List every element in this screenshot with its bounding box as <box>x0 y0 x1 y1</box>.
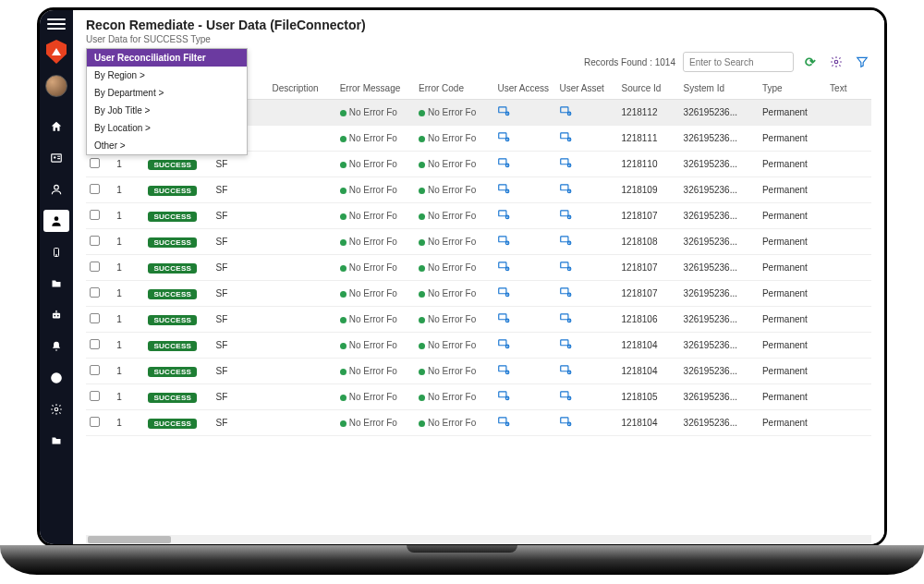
filter-funnel-icon[interactable] <box>853 53 871 71</box>
refresh-icon[interactable]: ⟳ <box>801 53 820 71</box>
nav-id-card[interactable] <box>43 147 69 169</box>
table-row[interactable]: 1SUCCESSSFNo Error FoNo Error Fo12181093… <box>86 177 871 203</box>
cell-description <box>269 126 336 152</box>
row-checkbox[interactable] <box>90 236 100 246</box>
column-header[interactable]: Description <box>269 78 336 100</box>
user-asset-icon[interactable] <box>559 159 572 172</box>
user-access-icon[interactable] <box>497 288 510 301</box>
cell-error-code: No Error Fo <box>415 100 493 126</box>
scrollbar-thumb[interactable] <box>88 536 171 543</box>
svg-point-10 <box>57 315 59 317</box>
user-access-icon[interactable] <box>497 262 510 275</box>
cell-system-id: 326195236... <box>680 255 759 281</box>
nav-settings[interactable] <box>43 398 69 420</box>
nav-home[interactable] <box>43 116 69 138</box>
user-asset-icon[interactable] <box>559 133 572 146</box>
user-access-icon[interactable] <box>497 211 510 224</box>
table-row[interactable]: 1SUCCESSSFNo Error FoNo Error Fo12181043… <box>86 333 871 359</box>
table-row[interactable]: 1SUCCESSSFNo Error FoNo Error Fo12181073… <box>86 255 871 281</box>
user-asset-icon[interactable] <box>559 262 572 275</box>
nav-chart[interactable] <box>43 367 69 389</box>
settings-icon[interactable] <box>827 53 845 71</box>
table-row[interactable]: 1SUCCESSSFNo Error FoNo Error Fo12181043… <box>86 410 871 436</box>
column-header[interactable]: Source Id <box>618 78 680 100</box>
row-checkbox[interactable] <box>90 313 100 323</box>
search-input[interactable] <box>683 52 794 72</box>
column-header[interactable]: Text <box>826 78 871 100</box>
row-checkbox[interactable] <box>90 287 100 298</box>
filter-item[interactable]: By Department > <box>87 84 247 102</box>
table-row[interactable]: 1SUCCESSSFNo Error FoNo Error Fo12181083… <box>86 229 871 255</box>
column-header[interactable]: System Id <box>680 78 759 100</box>
row-number: 1 <box>113 410 144 436</box>
cell-error-message: No Error Fo <box>336 152 415 177</box>
user-asset-icon[interactable] <box>559 314 572 327</box>
cell-type: Permanent <box>759 177 826 203</box>
table-row[interactable]: 1SUCCESSSFNo Error FoNo Error Fo12181053… <box>86 384 871 410</box>
user-asset-icon[interactable] <box>559 237 572 249</box>
table-row[interactable]: 1SUCCESSSFNo Error FoNo Error Fo12181063… <box>86 307 871 333</box>
row-checkbox[interactable] <box>90 365 100 375</box>
nav-user-solid[interactable] <box>43 210 69 232</box>
table-row[interactable]: 1SUCCESSSFNo Error FoNo Error Fo12181073… <box>86 203 871 229</box>
user-access-icon[interactable] <box>497 392 510 405</box>
nav-robot[interactable] <box>43 304 69 326</box>
user-asset-icon[interactable] <box>559 418 572 431</box>
user-access-icon[interactable] <box>497 159 510 172</box>
cell-text <box>826 177 871 203</box>
column-header[interactable]: User Access <box>493 78 555 100</box>
row-checkbox[interactable] <box>90 339 100 349</box>
side-nav <box>40 116 73 452</box>
filter-item[interactable]: By Location > <box>87 119 247 137</box>
cell-error-code: No Error Fo <box>415 255 493 281</box>
filter-item[interactable]: Other > <box>87 137 247 154</box>
table-row[interactable]: 1SUCCESSSFNo Error FoNo Error Fo12181073… <box>86 281 871 307</box>
svg-rect-21 <box>561 133 568 139</box>
row-checkbox[interactable] <box>90 262 100 272</box>
nav-folder[interactable] <box>43 273 69 295</box>
user-asset-icon[interactable] <box>559 107 572 120</box>
nav-user-outline[interactable] <box>43 178 69 201</box>
user-access-icon[interactable] <box>497 366 510 379</box>
table-row[interactable]: 1SUCCESSSFNo Error FoNo Error Fo12181043… <box>86 359 871 384</box>
filter-item[interactable]: By Region > <box>87 67 247 84</box>
column-header[interactable]: Error Message <box>336 78 415 100</box>
horizontal-scrollbar[interactable] <box>86 535 871 544</box>
user-asset-icon[interactable] <box>559 392 572 405</box>
user-asset-icon[interactable] <box>559 288 572 301</box>
user-access-icon[interactable] <box>497 237 510 249</box>
user-access-icon[interactable] <box>497 107 510 120</box>
app-logo-icon[interactable] <box>46 40 67 64</box>
user-access-icon[interactable] <box>497 314 510 327</box>
cell-description <box>269 255 336 281</box>
row-checkbox[interactable] <box>90 184 100 194</box>
user-asset-icon[interactable] <box>559 366 572 379</box>
page-subtitle: User Data for SUCCESS Type <box>86 34 871 44</box>
user-access-icon[interactable] <box>497 340 510 353</box>
row-checkbox[interactable] <box>90 210 100 220</box>
cell-city: SF <box>213 410 269 436</box>
column-header[interactable]: User Asset <box>555 78 617 100</box>
user-asset-icon[interactable] <box>559 211 572 224</box>
filter-item[interactable]: By Job Title > <box>87 102 247 119</box>
nav-folder2[interactable] <box>43 430 69 452</box>
user-access-icon[interactable] <box>497 185 510 198</box>
nav-bell[interactable] <box>43 335 69 358</box>
menu-toggle-icon[interactable] <box>47 16 66 32</box>
nav-mobile[interactable] <box>43 241 69 263</box>
column-header[interactable]: Type <box>759 78 826 100</box>
user-access-icon[interactable] <box>497 418 510 431</box>
status-dot-icon <box>419 291 425 298</box>
avatar[interactable] <box>45 75 67 97</box>
row-checkbox[interactable] <box>90 417 100 427</box>
row-checkbox[interactable] <box>90 158 100 168</box>
status-dot-icon <box>340 265 346 272</box>
cell-source-id: 1218112 <box>618 100 680 126</box>
user-asset-icon[interactable] <box>559 340 572 353</box>
row-checkbox[interactable] <box>90 391 100 401</box>
user-asset-icon[interactable] <box>559 185 572 198</box>
column-header[interactable]: Error Code <box>415 78 493 100</box>
svg-rect-61 <box>561 392 568 397</box>
user-access-icon[interactable] <box>497 133 510 146</box>
cell-source-id: 1218111 <box>618 126 680 152</box>
